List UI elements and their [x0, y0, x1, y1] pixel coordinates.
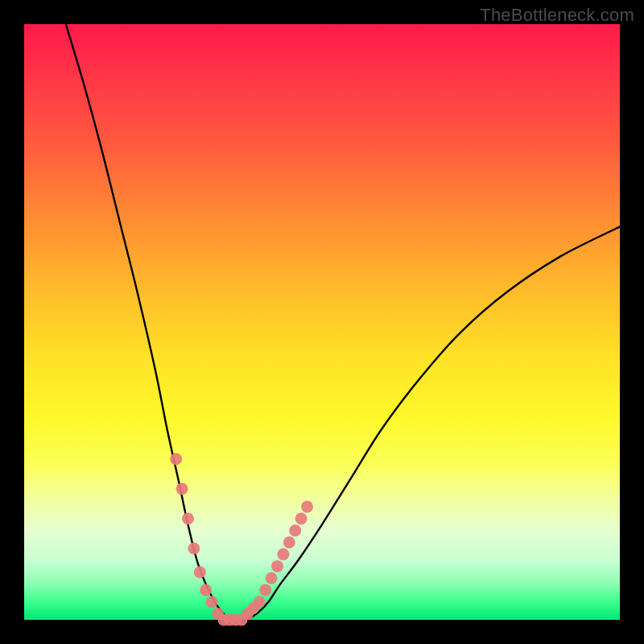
marker-dot: [170, 453, 182, 465]
marker-dot: [266, 572, 278, 584]
marker-dot: [301, 501, 313, 513]
chart-frame: TheBottleneck.com: [0, 0, 644, 644]
marker-dot: [206, 596, 218, 608]
marker-dot: [289, 525, 301, 537]
marker-dot: [277, 548, 289, 560]
watermark-text: TheBottleneck.com: [480, 5, 634, 26]
marker-dot: [194, 566, 206, 578]
plot-area: [24, 24, 620, 620]
marker-dot: [200, 584, 212, 597]
chart-svg: [24, 24, 620, 620]
marker-dot: [295, 513, 308, 525]
bottleneck-curve: [66, 24, 620, 621]
marker-dot: [283, 536, 295, 548]
marker-dot: [271, 560, 283, 572]
marker-dot: [182, 513, 194, 525]
marker-dot: [259, 584, 271, 597]
marker-dot: [188, 543, 200, 555]
marker-dot: [176, 483, 188, 495]
marker-dot: [254, 596, 266, 608]
curve-path: [66, 24, 620, 621]
